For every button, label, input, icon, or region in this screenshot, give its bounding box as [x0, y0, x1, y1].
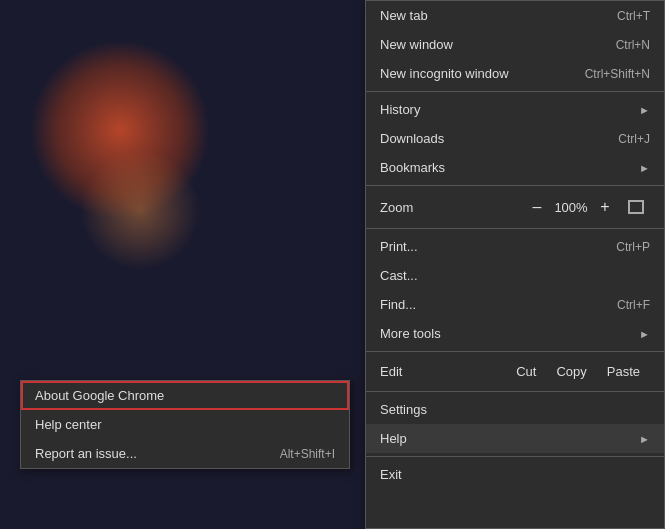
more-tools-label: More tools: [380, 326, 441, 341]
new-tab-shortcut: Ctrl+T: [617, 9, 650, 23]
find-label: Find...: [380, 297, 416, 312]
help-center-item[interactable]: Help center: [21, 410, 349, 439]
downloads-shortcut: Ctrl+J: [618, 132, 650, 146]
print-item[interactable]: Print... Ctrl+P: [366, 232, 664, 261]
separator-2: [366, 185, 664, 186]
more-tools-arrow: ►: [639, 328, 650, 340]
new-window-label: New window: [380, 37, 453, 52]
separator-6: [366, 456, 664, 457]
find-item[interactable]: Find... Ctrl+F: [366, 290, 664, 319]
report-issue-item[interactable]: Report an issue... Alt+Shift+I: [21, 439, 349, 468]
downloads-item[interactable]: Downloads Ctrl+J: [366, 124, 664, 153]
settings-label: Settings: [380, 402, 427, 417]
cast-item[interactable]: Cast...: [366, 261, 664, 290]
history-arrow: ►: [639, 104, 650, 116]
edit-label: Edit: [380, 364, 506, 379]
fullscreen-icon: [628, 200, 644, 214]
cut-button[interactable]: Cut: [506, 360, 546, 383]
print-shortcut: Ctrl+P: [616, 240, 650, 254]
separator-3: [366, 228, 664, 229]
zoom-minus-button[interactable]: –: [524, 194, 550, 220]
bokeh-circle-2: [80, 150, 200, 270]
separator-5: [366, 391, 664, 392]
bookmarks-item[interactable]: Bookmarks ►: [366, 153, 664, 182]
new-incognito-item[interactable]: New incognito window Ctrl+Shift+N: [366, 59, 664, 88]
settings-item[interactable]: Settings: [366, 395, 664, 424]
new-incognito-shortcut: Ctrl+Shift+N: [585, 67, 650, 81]
fullscreen-button[interactable]: [622, 195, 650, 219]
edit-row: Edit Cut Copy Paste: [366, 355, 664, 388]
help-item[interactable]: Help ►: [366, 424, 664, 453]
zoom-row: Zoom – 100% +: [366, 189, 664, 225]
new-tab-item[interactable]: New tab Ctrl+T: [366, 1, 664, 30]
new-incognito-label: New incognito window: [380, 66, 509, 81]
help-arrow: ►: [639, 433, 650, 445]
cast-label: Cast...: [380, 268, 418, 283]
bookmarks-arrow: ►: [639, 162, 650, 174]
help-center-label: Help center: [35, 417, 101, 432]
bookmarks-label: Bookmarks: [380, 160, 445, 175]
separator-4: [366, 351, 664, 352]
exit-item[interactable]: Exit: [366, 460, 664, 489]
exit-label: Exit: [380, 467, 402, 482]
report-issue-shortcut: Alt+Shift+I: [280, 447, 335, 461]
about-chrome-label: About Google Chrome: [35, 388, 164, 403]
new-tab-label: New tab: [380, 8, 428, 23]
zoom-label: Zoom: [380, 200, 524, 215]
copy-button[interactable]: Copy: [546, 360, 596, 383]
more-tools-item[interactable]: More tools ►: [366, 319, 664, 348]
paste-button[interactable]: Paste: [597, 360, 650, 383]
new-window-item[interactable]: New window Ctrl+N: [366, 30, 664, 59]
report-issue-label: Report an issue...: [35, 446, 137, 461]
history-item[interactable]: History ►: [366, 95, 664, 124]
help-submenu: About Google Chrome Help center Report a…: [20, 380, 350, 469]
chrome-main-menu: New tab Ctrl+T New window Ctrl+N New inc…: [365, 0, 665, 529]
about-chrome-item[interactable]: About Google Chrome: [21, 381, 349, 410]
separator-1: [366, 91, 664, 92]
history-label: History: [380, 102, 420, 117]
zoom-value: 100%: [550, 200, 592, 215]
new-window-shortcut: Ctrl+N: [616, 38, 650, 52]
downloads-label: Downloads: [380, 131, 444, 146]
help-label: Help: [380, 431, 407, 446]
print-label: Print...: [380, 239, 418, 254]
find-shortcut: Ctrl+F: [617, 298, 650, 312]
zoom-plus-button[interactable]: +: [592, 194, 618, 220]
